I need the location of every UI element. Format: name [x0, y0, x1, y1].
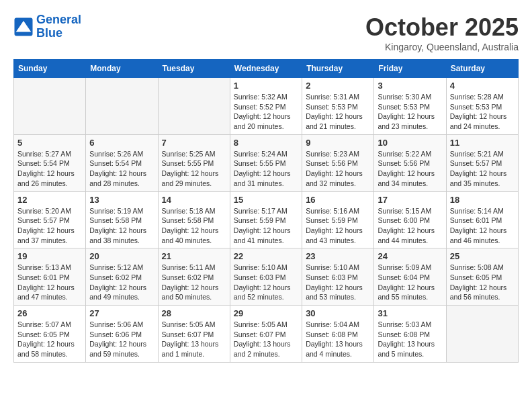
calendar-table: SundayMondayTuesdayWednesdayThursdayFrid…	[13, 59, 519, 363]
weekday-header: Monday	[86, 60, 158, 78]
day-number: 25	[450, 251, 515, 261]
day-info: Sunrise: 5:07 AM Sunset: 6:05 PM Dayligh…	[17, 320, 82, 359]
calendar-cell: 10Sunrise: 5:22 AM Sunset: 5:56 PM Dayli…	[374, 134, 446, 191]
calendar-cell: 19Sunrise: 5:13 AM Sunset: 6:01 PM Dayli…	[14, 248, 86, 306]
calendar-week-row: 1Sunrise: 5:32 AM Sunset: 5:52 PM Daylig…	[14, 78, 519, 135]
day-number: 22	[234, 251, 298, 261]
day-info: Sunrise: 5:32 AM Sunset: 5:52 PM Dayligh…	[234, 92, 298, 132]
calendar-cell: 17Sunrise: 5:15 AM Sunset: 6:00 PM Dayli…	[374, 191, 446, 248]
calendar-cell: 2Sunrise: 5:31 AM Sunset: 5:53 PM Daylig…	[302, 78, 374, 135]
day-info: Sunrise: 5:21 AM Sunset: 5:57 PM Dayligh…	[450, 149, 515, 189]
day-info: Sunrise: 5:11 AM Sunset: 6:02 PM Dayligh…	[162, 263, 226, 302]
calendar-cell	[14, 78, 86, 135]
calendar-cell: 28Sunrise: 5:05 AM Sunset: 6:07 PM Dayli…	[158, 306, 230, 363]
day-info: Sunrise: 5:18 AM Sunset: 5:58 PM Dayligh…	[162, 206, 226, 246]
logo-line1: General	[36, 13, 81, 27]
day-info: Sunrise: 5:17 AM Sunset: 5:59 PM Dayligh…	[234, 206, 298, 246]
weekday-header: Tuesday	[158, 60, 230, 78]
calendar-cell: 12Sunrise: 5:20 AM Sunset: 5:57 PM Dayli…	[14, 191, 86, 248]
calendar-cell: 23Sunrise: 5:10 AM Sunset: 6:03 PM Dayli…	[302, 248, 374, 306]
day-number: 28	[162, 308, 226, 318]
calendar-cell: 4Sunrise: 5:28 AM Sunset: 5:53 PM Daylig…	[446, 78, 518, 135]
calendar-cell: 30Sunrise: 5:04 AM Sunset: 6:08 PM Dayli…	[302, 306, 374, 363]
calendar-cell: 6Sunrise: 5:26 AM Sunset: 5:54 PM Daylig…	[86, 134, 158, 191]
calendar-cell: 26Sunrise: 5:07 AM Sunset: 6:05 PM Dayli…	[14, 306, 86, 363]
page-header: General Blue October 2025 Kingaroy, Quee…	[13, 13, 519, 52]
day-number: 18	[450, 195, 515, 205]
day-info: Sunrise: 5:28 AM Sunset: 5:53 PM Dayligh…	[450, 92, 515, 132]
day-info: Sunrise: 5:30 AM Sunset: 5:53 PM Dayligh…	[378, 92, 442, 132]
calendar-cell	[86, 78, 158, 135]
day-info: Sunrise: 5:10 AM Sunset: 6:03 PM Dayligh…	[234, 263, 298, 302]
month-title: October 2025	[365, 13, 519, 42]
day-info: Sunrise: 5:08 AM Sunset: 6:05 PM Dayligh…	[450, 263, 515, 302]
day-number: 29	[234, 308, 298, 318]
day-info: Sunrise: 5:27 AM Sunset: 5:54 PM Dayligh…	[17, 149, 82, 189]
day-info: Sunrise: 5:26 AM Sunset: 5:54 PM Dayligh…	[89, 149, 154, 189]
weekday-header: Saturday	[446, 60, 518, 78]
calendar-cell: 15Sunrise: 5:17 AM Sunset: 5:59 PM Dayli…	[230, 191, 302, 248]
weekday-header: Friday	[374, 60, 446, 78]
calendar-cell: 3Sunrise: 5:30 AM Sunset: 5:53 PM Daylig…	[374, 78, 446, 135]
weekday-header-row: SundayMondayTuesdayWednesdayThursdayFrid…	[14, 60, 519, 78]
calendar-cell: 25Sunrise: 5:08 AM Sunset: 6:05 PM Dayli…	[446, 248, 518, 306]
calendar-cell: 7Sunrise: 5:25 AM Sunset: 5:55 PM Daylig…	[158, 134, 230, 191]
day-info: Sunrise: 5:05 AM Sunset: 6:07 PM Dayligh…	[234, 320, 298, 359]
day-number: 5	[17, 138, 82, 148]
calendar-week-row: 5Sunrise: 5:27 AM Sunset: 5:54 PM Daylig…	[14, 134, 519, 191]
location: Kingaroy, Queensland, Australia	[365, 42, 519, 52]
day-number: 23	[306, 251, 370, 261]
day-info: Sunrise: 5:06 AM Sunset: 6:06 PM Dayligh…	[89, 320, 154, 359]
calendar-cell: 1Sunrise: 5:32 AM Sunset: 5:52 PM Daylig…	[230, 78, 302, 135]
day-number: 1	[234, 81, 298, 91]
day-number: 24	[378, 251, 442, 261]
calendar-cell: 18Sunrise: 5:14 AM Sunset: 6:01 PM Dayli…	[446, 191, 518, 248]
calendar-cell	[446, 306, 518, 363]
calendar-cell: 29Sunrise: 5:05 AM Sunset: 6:07 PM Dayli…	[230, 306, 302, 363]
day-number: 4	[450, 81, 515, 91]
calendar-cell: 5Sunrise: 5:27 AM Sunset: 5:54 PM Daylig…	[14, 134, 86, 191]
day-info: Sunrise: 5:19 AM Sunset: 5:58 PM Dayligh…	[89, 206, 154, 246]
calendar-cell: 11Sunrise: 5:21 AM Sunset: 5:57 PM Dayli…	[446, 134, 518, 191]
day-number: 26	[17, 308, 82, 318]
day-number: 27	[89, 308, 154, 318]
logo-line2: Blue	[36, 27, 81, 40]
day-info: Sunrise: 5:03 AM Sunset: 6:08 PM Dayligh…	[378, 320, 442, 359]
day-number: 21	[162, 251, 226, 261]
calendar-cell	[158, 78, 230, 135]
logo-icon	[13, 17, 34, 37]
day-info: Sunrise: 5:12 AM Sunset: 6:02 PM Dayligh…	[89, 263, 154, 302]
day-info: Sunrise: 5:15 AM Sunset: 6:00 PM Dayligh…	[378, 206, 442, 246]
day-info: Sunrise: 5:31 AM Sunset: 5:53 PM Dayligh…	[306, 92, 370, 132]
weekday-header: Wednesday	[230, 60, 302, 78]
day-number: 31	[378, 308, 442, 318]
day-info: Sunrise: 5:13 AM Sunset: 6:01 PM Dayligh…	[17, 263, 82, 302]
day-number: 14	[162, 195, 226, 205]
day-info: Sunrise: 5:05 AM Sunset: 6:07 PM Dayligh…	[162, 320, 226, 359]
day-number: 20	[89, 251, 154, 261]
day-number: 3	[378, 81, 442, 91]
weekday-header: Sunday	[14, 60, 86, 78]
day-info: Sunrise: 5:22 AM Sunset: 5:56 PM Dayligh…	[378, 149, 442, 189]
calendar-cell: 9Sunrise: 5:23 AM Sunset: 5:56 PM Daylig…	[302, 134, 374, 191]
day-number: 11	[450, 138, 515, 148]
day-number: 30	[306, 308, 370, 318]
day-number: 7	[162, 138, 226, 148]
calendar-week-row: 19Sunrise: 5:13 AM Sunset: 6:01 PM Dayli…	[14, 248, 519, 306]
calendar-cell: 27Sunrise: 5:06 AM Sunset: 6:06 PM Dayli…	[86, 306, 158, 363]
day-number: 12	[17, 195, 82, 205]
day-number: 19	[17, 251, 82, 261]
calendar-week-row: 26Sunrise: 5:07 AM Sunset: 6:05 PM Dayli…	[14, 306, 519, 363]
day-info: Sunrise: 5:14 AM Sunset: 6:01 PM Dayligh…	[450, 206, 515, 246]
day-number: 17	[378, 195, 442, 205]
calendar-cell: 20Sunrise: 5:12 AM Sunset: 6:02 PM Dayli…	[86, 248, 158, 306]
day-info: Sunrise: 5:24 AM Sunset: 5:55 PM Dayligh…	[234, 149, 298, 189]
day-number: 10	[378, 138, 442, 148]
calendar-cell: 24Sunrise: 5:09 AM Sunset: 6:04 PM Dayli…	[374, 248, 446, 306]
calendar-cell: 16Sunrise: 5:16 AM Sunset: 5:59 PM Dayli…	[302, 191, 374, 248]
day-info: Sunrise: 5:25 AM Sunset: 5:55 PM Dayligh…	[162, 149, 226, 189]
title-block: October 2025 Kingaroy, Queensland, Austr…	[365, 13, 519, 52]
day-info: Sunrise: 5:20 AM Sunset: 5:57 PM Dayligh…	[17, 206, 82, 246]
day-number: 9	[306, 138, 370, 148]
day-number: 2	[306, 81, 370, 91]
